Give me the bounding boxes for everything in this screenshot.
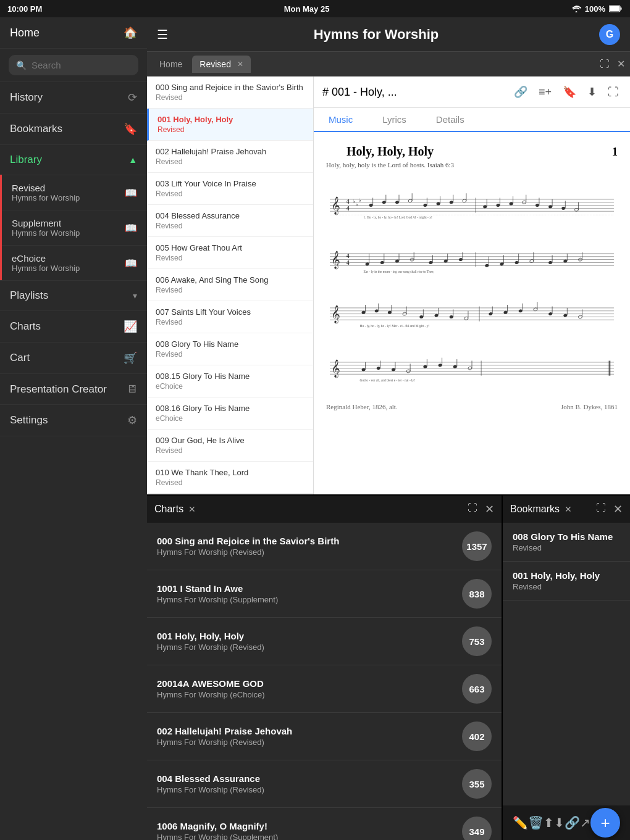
home-icon: 🏠 [124,26,137,40]
chart-count-badge: 838 [462,579,492,609]
fullscreen-icon[interactable]: ⛶ [605,83,621,101]
sidebar-item-revised[interactable]: Revised Hymns for Worship 📖 [2,175,147,210]
hymn-item-003[interactable]: 003 Lift Your Voice In Praise Revised [147,173,313,205]
tab-revised-close[interactable]: ✕ [237,60,243,69]
svg-point-19 [395,201,399,204]
hymn-item-010[interactable]: 010 We Thank Thee, Lord Revised [147,462,313,494]
hymn-item-001[interactable]: 001 Holy, Holy, Holy Revised [147,109,313,141]
hymn-item-008.15[interactable]: 008.15 Glory To His Name eChoice [147,365,313,397]
sidebar-item-settings[interactable]: Settings ⚙ [0,405,147,436]
chart-num: 1001 I Stand In Awe [157,583,462,594]
share-icon[interactable]: ↗ [580,815,590,830]
hymn-item-005[interactable]: 005 How Great Thou Art Revised [147,237,313,269]
svg-point-105 [449,315,453,318]
charts-panel-close-badge[interactable]: ✕ [188,504,196,514]
chart-num: 000 Sing and Rejoice in the Savior's Bir… [157,536,462,546]
link-footer-icon[interactable]: 🔗 [565,815,580,830]
sidebar-item-home[interactable]: Home 🏠 [0,17,147,49]
sidebar-item-echoice[interactable]: eChoice Hymns for Worship 📖 [2,245,147,280]
sidebar-library-header[interactable]: Library ▲ [0,145,147,175]
tab-close-all-icon[interactable]: ✕ [617,58,625,70]
hamburger-icon[interactable]: ☰ [157,27,168,42]
edit-icon[interactable]: ✏️ [513,815,528,830]
tab-home[interactable]: Home [152,56,190,73]
svg-text:Ear - ly in the morn - ing our: Ear - ly in the morn - ing our song shal… [364,270,435,273]
link-icon[interactable]: 🔗 [511,83,530,101]
chart-item[interactable]: 20014A AWESOME GOD Hymns For Worship (eC… [147,665,502,713]
hymn-number: 010 We Thank Thee, Lord [156,468,304,477]
tab-music[interactable]: Music [314,108,368,132]
bookmarks-close-icon[interactable]: ✕ [613,502,623,516]
hymn-source: Revised [156,478,304,487]
sidebar-item-playlists[interactable]: Playlists ▾ [0,281,147,311]
fab-add-button[interactable]: + [590,808,620,838]
bookmark-num: 008 Glory To His Name [513,531,620,542]
chart-item[interactable]: 1006 Magnify, O Magnify! Hymns For Worsh… [147,808,502,840]
hymn-source: eChoice [156,414,304,423]
status-bar: 10:00 PM Mon May 25 100% [0,0,630,17]
svg-point-95 [374,309,379,313]
delete-icon[interactable]: 🗑️ [528,815,544,830]
hymn-item-004[interactable]: 004 Blessed Assurance Revised [147,205,313,237]
sidebar-item-charts[interactable]: Charts 📈 [0,311,147,343]
settings-icon: ⚙ [127,414,137,427]
hymn-item-000[interactable]: 000 Sing and Rejoice in the Savior's Bir… [147,77,313,109]
svg-text:♭: ♭ [353,198,356,204]
status-right: 100% [571,4,623,14]
library-label: Library [10,154,42,166]
sidebar-item-bookmarks[interactable]: Bookmarks 🔖 [0,114,147,145]
user-avatar[interactable]: G [599,24,620,45]
hymn-number: 005 How Great Thou Art [156,243,304,252]
charts-close-icon[interactable]: ✕ [485,502,494,516]
bookmarks-expand-icon[interactable]: ⛶ [596,502,606,516]
hymn-item-009[interactable]: 009 Our God, He Is Alive Revised [147,430,313,462]
charts-sidebar-label: Charts [10,320,41,333]
svg-text:God o - ver all, and blest e -: God o - ver all, and blest e - ter - nal… [359,378,415,382]
sidebar-item-cart[interactable]: Cart 🛒 [0,343,147,374]
search-icon: 🔍 [16,60,27,70]
bookmark-item[interactable]: 001 Holy, Holy, Holy Revised [503,562,630,601]
chart-item[interactable]: 002 Hallelujah! Praise Jehovah Hymns For… [147,713,502,760]
bookmark-item[interactable]: 008 Glory To His Name Revised [503,523,630,562]
search-box[interactable]: 🔍 [9,55,138,75]
tab-revised[interactable]: Revised ✕ [192,56,251,73]
sidebar-item-supplement[interactable]: Supplement Hymns for Worship 📖 [2,210,147,245]
history-label: History [10,91,43,104]
sidebar-item-presentation-creator[interactable]: Presentation Creator 🖥 [0,374,147,405]
revised-icon: 📖 [125,187,137,199]
svg-text:𝄞: 𝄞 [331,305,340,324]
echoice-subtitle: Hymns for Worship [12,264,80,273]
hymn-item-008.16[interactable]: 008.16 Glory To His Name eChoice [147,397,313,430]
svg-point-17 [382,201,386,204]
upload-icon[interactable]: ⬆ [544,815,554,830]
hymn-item-007[interactable]: 007 Saints Lift Your Voices Revised [147,301,313,333]
bookmarks-panel-close-badge[interactable]: ✕ [565,504,572,514]
hymn-item-008[interactable]: 008 Glory To His Name Revised [147,333,313,365]
svg-point-118 [548,312,553,315]
search-input[interactable] [32,60,131,70]
hymn-item-002[interactable]: 002 Hallelujah! Praise Jehovah Revised [147,141,313,173]
charts-expand-icon[interactable]: ⛶ [468,502,477,516]
tab-details[interactable]: Details [421,108,479,132]
download-footer-icon[interactable]: ⬇ [554,815,565,830]
charts-panel: Charts ✕ ⛶ ✕ 000 Sing and Rejoice in the… [147,496,503,840]
chart-item[interactable]: 1001 I Stand In Awe Hymns For Worship (S… [147,570,502,618]
hymn-item-006[interactable]: 006 Awake, And Sing The Song Revised [147,269,313,301]
chart-item[interactable]: 004 Blessed Assurance Hymns For Worship … [147,760,502,808]
top-section: 000 Sing and Rejoice in the Savior's Bir… [147,77,630,494]
echoice-title: eChoice [12,253,80,264]
tab-expand-icon[interactable]: ⛶ [600,59,610,70]
chart-item[interactable]: 001 Holy, Holy, Holy Hymns For Worship (… [147,618,502,665]
chart-item[interactable]: 000 Sing and Rejoice in the Savior's Bir… [147,523,502,570]
download-icon[interactable]: ⬇ [585,83,599,101]
tab-lyrics[interactable]: Lyrics [368,108,421,132]
chart-num: 001 Holy, Holy, Holy [157,631,462,641]
bookmarks-panel-header: Bookmarks ✕ ⛶ ✕ [503,496,630,523]
svg-text:𝄞: 𝄞 [331,196,340,215]
hymn-source: eChoice [156,382,304,391]
supplement-icon: 📖 [125,222,137,234]
sidebar-item-history[interactable]: History ⟳ [0,82,147,114]
bookmark-sheet-icon[interactable]: 🔖 [560,83,579,101]
add-to-list-icon[interactable]: ≡+ [536,83,554,101]
svg-text:4: 4 [346,205,350,212]
